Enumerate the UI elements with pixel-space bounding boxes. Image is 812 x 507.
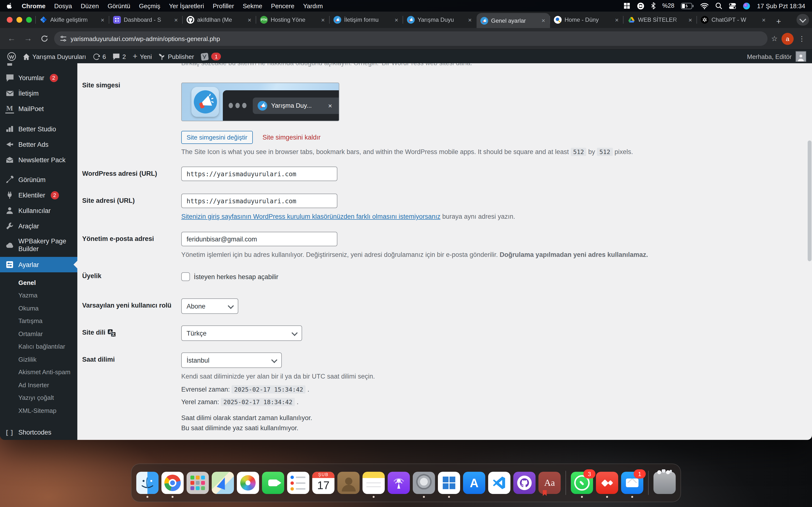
tab-home[interactable]: Home - Düny × (550, 12, 623, 28)
back-button[interactable]: ← (5, 32, 18, 45)
sidebar-item-gorunum[interactable]: Görünüm (0, 172, 77, 187)
site-language-select[interactable]: Türkçe (181, 326, 302, 341)
tab-close-icon[interactable]: × (541, 17, 546, 24)
dock-icon-ms-windows-app[interactable] (438, 472, 460, 494)
menu-profiller[interactable]: Profiller (213, 2, 234, 9)
close-window-button[interactable] (7, 17, 12, 23)
tab-dashboard[interactable]: Dashboard - S × (109, 12, 183, 28)
bookmark-star-icon[interactable]: ☆ (771, 34, 778, 43)
dock-icon-dictionary[interactable]: Aa (539, 472, 561, 494)
menu-pencere[interactable]: Pencere (271, 2, 294, 9)
sidebar-item-newsletter-pack[interactable]: Newsletter Pack (0, 152, 77, 168)
tab-yarisma[interactable]: Yarışma Duyu × (403, 12, 476, 28)
tab-close-icon[interactable]: × (614, 16, 620, 23)
tab-close-icon[interactable]: × (761, 16, 767, 23)
sidebar-item-better-studio[interactable]: Better Studio (0, 121, 77, 137)
menu-gecmis[interactable]: Geçmiş (139, 2, 160, 9)
dock-icon-system-settings[interactable] (413, 472, 435, 494)
control-center-icon[interactable] (729, 2, 737, 9)
wp-logo-menu[interactable] (4, 50, 19, 63)
submenu-xml-sitemap[interactable]: XML-Sitemap (18, 404, 77, 417)
timezone-select[interactable]: İstanbul (181, 352, 282, 368)
dock-icon-contacts[interactable] (337, 472, 360, 494)
dock-icon-vscode[interactable] (488, 472, 510, 494)
dock-icon-launchpad[interactable] (187, 472, 209, 494)
tab-akifle[interactable]: Akifle geliştirm × (36, 12, 109, 28)
tab-hosting[interactable]: PTH Hosting Yöne × (256, 12, 329, 28)
chrome-menu-icon[interactable]: ⋮ (799, 35, 805, 43)
yoast-menu[interactable]: 1 (197, 50, 224, 63)
dock-icon-reminders[interactable] (287, 472, 309, 494)
sidebar-item-clipped[interactable] (0, 63, 77, 67)
dock-icon-app-store[interactable]: A (463, 472, 485, 494)
submenu-gizlilik[interactable]: Gizlilik (18, 353, 77, 366)
menubar-app-name[interactable]: Chrome (22, 2, 45, 9)
bluetooth-icon[interactable] (651, 2, 655, 9)
site-settings-icon[interactable] (60, 35, 67, 42)
minimize-window-button[interactable] (16, 17, 22, 23)
chrome-profile-avatar[interactable]: a (781, 33, 794, 45)
menu-dosya[interactable]: Dosya (54, 2, 72, 9)
tab-close-icon[interactable]: × (100, 16, 105, 23)
dock-icon-whatsapp[interactable]: 3 (571, 472, 593, 494)
remove-site-icon-link[interactable]: Site simgesini kaldır (262, 134, 320, 141)
menu-yerisaretleri[interactable]: Yer İşaretleri (169, 2, 204, 9)
tab-genel-ayarlar-active[interactable]: Genel ayarlar × (476, 13, 550, 28)
sidebar-item-wpbakery[interactable]: WPBakery Page Builder (0, 234, 77, 257)
dock-icon-podcasts[interactable] (388, 472, 410, 494)
sidebar-item-mailpoet[interactable]: M MailPoet (0, 101, 77, 116)
tab-close-icon[interactable]: × (247, 16, 252, 23)
tab-close-icon[interactable]: × (688, 16, 693, 23)
menu-duzen[interactable]: Düzen (81, 2, 99, 9)
tab-chatgpt[interactable]: ChatGPT - W × (697, 12, 770, 28)
submenu-yaziyi-cogalt[interactable]: Yazıyı çoğalt (18, 391, 77, 404)
dock-icon-trash[interactable] (654, 472, 676, 494)
dock-icon-calendar[interactable]: ŞUB 17 (312, 472, 335, 494)
url-text[interactable]: yarismaduyurulari.com/wp-admin/options-g… (70, 35, 220, 42)
tab-webler[interactable]: WEB SİTELER × (623, 12, 697, 28)
publisher-menu[interactable]: Publisher (155, 50, 197, 63)
default-role-select[interactable]: Abone (181, 298, 238, 314)
menu-goruntu[interactable]: Görüntü (108, 2, 130, 9)
tab-iletisim[interactable]: İletişim formu × (329, 12, 403, 28)
site-name-menu[interactable]: Yarışma Duyuruları (19, 50, 89, 63)
submenu-akismet[interactable]: Akismet Anti-spam (18, 366, 77, 379)
siri-icon[interactable] (743, 2, 750, 9)
apple-icon[interactable] (7, 2, 14, 9)
sidebar-item-better-ads[interactable]: Better Ads (0, 137, 77, 152)
menubar-clock[interactable]: 17 Şub Pzt 18:34 (757, 2, 806, 9)
submenu-yazma[interactable]: Yazma (18, 289, 77, 302)
submenu-tartisma[interactable]: Tartışma (18, 315, 77, 327)
dock-icon-maps[interactable] (212, 472, 234, 494)
tab-close-icon[interactable]: × (394, 16, 399, 23)
submenu-okuma[interactable]: Okuma (18, 302, 77, 315)
page-scrollbar[interactable] (808, 140, 812, 261)
updates-menu[interactable]: 6 (89, 50, 109, 63)
membership-checkbox-label[interactable]: İsteyen herkes hesap açabilir (194, 273, 278, 280)
tab-github[interactable]: akifdlhan (Me × (183, 12, 256, 28)
menu-sekme[interactable]: Sekme (243, 2, 262, 9)
membership-checkbox[interactable] (181, 272, 190, 281)
howdy-greeting[interactable]: Merhaba, Editör (747, 53, 792, 60)
new-tab-button[interactable]: + (772, 15, 785, 28)
change-site-icon-button[interactable]: Site simgesini değiştir (181, 131, 253, 144)
grid-icon[interactable] (623, 2, 630, 9)
sidebar-item-iletisim[interactable]: İletişim (0, 86, 77, 101)
sidebar-item-araclar[interactable]: Araçlar (0, 218, 77, 234)
submenu-genel[interactable]: Genel (18, 276, 77, 289)
comments-menu[interactable]: 2 (109, 50, 129, 63)
menu-yardim[interactable]: Yardım (303, 2, 323, 9)
admin-email-input[interactable]: feridunbisar@gmail.com (181, 232, 337, 246)
address-bar[interactable]: yarismaduyurulari.com/wp-admin/options-g… (54, 32, 767, 46)
wifi-icon[interactable] (701, 2, 709, 9)
sidebar-item-yorumlar[interactable]: Yorumlar 2 (0, 70, 77, 86)
new-content-menu[interactable]: + Yeni (129, 50, 155, 63)
user-avatar[interactable] (796, 51, 806, 62)
dock-icon-photos[interactable] (237, 472, 259, 494)
dock-icon-github-desktop[interactable] (513, 472, 536, 494)
battery-icon[interactable] (681, 2, 694, 9)
reload-button[interactable] (38, 32, 51, 45)
submenu-ad-inserter[interactable]: Ad Inserter (18, 379, 77, 391)
tab-close-icon[interactable]: × (467, 16, 473, 23)
spotlight-icon[interactable] (716, 2, 722, 9)
